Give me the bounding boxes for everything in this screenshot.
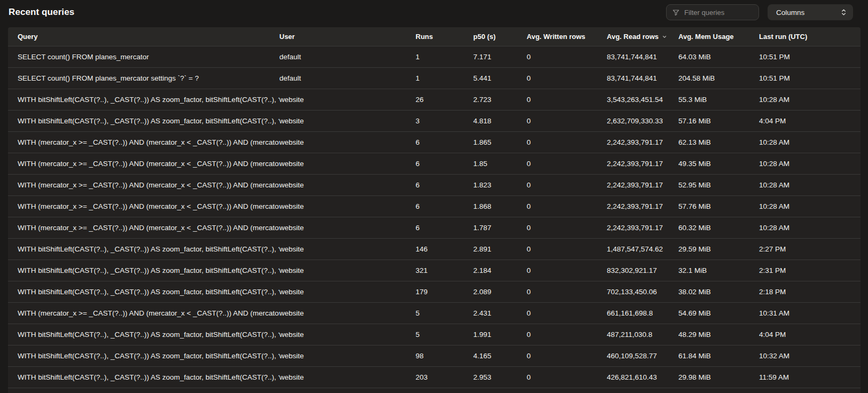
- cell-lastrun: 10:28 AM: [759, 96, 861, 104]
- cell-runs: 6: [416, 224, 473, 232]
- cell-written: 0: [527, 352, 607, 360]
- column-header-label: Query: [18, 33, 38, 41]
- column-header-label: p50 (s): [473, 33, 496, 41]
- table-row[interactable]: WITH bitShiftLeft(CAST(?..), _CAST(?..))…: [8, 260, 861, 281]
- column-header-read[interactable]: Avg. Read rows: [607, 33, 678, 41]
- cell-lastrun: 2:27 PM: [759, 245, 861, 253]
- cell-mem: 54.69 MiB: [678, 309, 759, 317]
- cell-lastrun: 10:28 AM: [759, 224, 861, 232]
- table-row[interactable]: WITH bitShiftLeft(CAST(?..), _CAST(?..))…: [8, 324, 861, 345]
- cell-lastrun: 10:28 AM: [759, 138, 861, 146]
- cell-user: website: [279, 266, 416, 274]
- cell-read: 1,487,547,574.62: [607, 245, 678, 253]
- column-header-lastrun[interactable]: Last run (UTC): [759, 33, 861, 41]
- cell-mem: 60.32 MiB: [678, 224, 759, 232]
- column-header-user[interactable]: User: [279, 33, 416, 41]
- table-row[interactable]: WITH bitShiftLeft(CAST(?..), _CAST(?..))…: [8, 89, 861, 110]
- cell-lastrun: 4:04 PM: [759, 117, 861, 125]
- cell-user: website: [279, 352, 416, 360]
- cell-p50: 2.953: [473, 373, 527, 381]
- column-header-label: User: [279, 33, 295, 41]
- cell-runs: 1: [416, 74, 473, 82]
- cell-runs: 26: [416, 96, 473, 104]
- cell-user: website: [279, 96, 416, 104]
- cell-mem: 38.02 MiB: [678, 288, 759, 296]
- table-row[interactable]: SELECT count() FROM planes_mercatordefau…: [8, 46, 861, 67]
- column-header-written[interactable]: Avg. Written rows: [527, 33, 607, 41]
- cell-user: website: [279, 138, 416, 146]
- cell-written: 0: [527, 224, 607, 232]
- table-row[interactable]: WITH (mercator_x >= _CAST(?..)) AND (mer…: [8, 153, 861, 174]
- column-header-mem[interactable]: Avg. Mem Usage: [678, 33, 759, 41]
- table-row[interactable]: WITH bitShiftLeft(CAST(?..), _CAST(?..))…: [8, 366, 861, 388]
- cell-query: SELECT count() FROM planes_mercator: [8, 53, 279, 61]
- cell-read: 2,242,393,791.17: [607, 202, 678, 210]
- cell-user: website: [279, 331, 416, 339]
- cell-read: 2,242,393,791.17: [607, 224, 678, 232]
- cell-written: 0: [527, 373, 607, 381]
- cell-written: 0: [527, 309, 607, 317]
- cell-lastrun: 10:51 PM: [759, 53, 861, 61]
- cell-read: 832,302,921.17: [607, 266, 678, 274]
- cell-query: WITH (mercator_x >= _CAST(?..)) AND (mer…: [8, 138, 279, 146]
- table-row[interactable]: WITH bitShiftLeft(CAST(?..), _CAST(?..))…: [8, 281, 861, 302]
- cell-runs: 6: [416, 202, 473, 210]
- cell-mem: 32.1 MiB: [678, 266, 759, 274]
- cell-mem: 57.76 MiB: [678, 202, 759, 210]
- cell-query: WITH bitShiftLeft(CAST(?..), _CAST(?..))…: [8, 373, 279, 381]
- column-header-query[interactable]: Query: [8, 33, 279, 41]
- cell-written: 0: [527, 288, 607, 296]
- table-body: SELECT count() FROM planes_mercatordefau…: [8, 46, 861, 393]
- cell-user: website: [279, 245, 416, 253]
- cell-user: default: [279, 53, 416, 61]
- columns-select[interactable]: Columns: [768, 4, 853, 20]
- cell-runs: 98: [416, 352, 473, 360]
- cell-read: 702,133,450.06: [607, 288, 678, 296]
- cell-query: WITH bitShiftLeft(CAST(?..), _CAST(?..))…: [8, 266, 279, 274]
- cell-read: 2,242,393,791.17: [607, 160, 678, 168]
- cell-p50: 2.089: [473, 288, 527, 296]
- table-row[interactable]: WITH (mercator_x >= _CAST(?..)) AND (mer…: [8, 195, 861, 217]
- table-row[interactable]: WITH bitShiftLeft(CAST(?..), _CAST(?..))…: [8, 238, 861, 260]
- cell-p50: 1.823: [473, 181, 527, 189]
- cell-query: WITH bitShiftLeft(CAST(?..), _CAST(?..))…: [8, 352, 279, 360]
- cell-query: WITH (mercator_x >= _CAST(?..)) AND (mer…: [8, 224, 279, 232]
- cell-read: 83,741,744,841: [607, 74, 678, 82]
- column-header-runs[interactable]: Runs: [416, 33, 473, 41]
- filter-queries-input[interactable]: [684, 9, 753, 17]
- cell-runs: 179: [416, 288, 473, 296]
- table-row[interactable]: WITH (mercator_x >= _CAST(?..)) AND (mer…: [8, 217, 861, 238]
- cell-user: website: [279, 160, 416, 168]
- table-row[interactable]: WITH (mercator_x >= _CAST(?..)) AND (mer…: [8, 131, 861, 153]
- column-header-label: Last run (UTC): [759, 33, 807, 41]
- cell-user: website: [279, 309, 416, 317]
- cell-p50: 2.891: [473, 245, 527, 253]
- column-header-p50[interactable]: p50 (s): [473, 33, 527, 41]
- table-row[interactable]: WITH (mercator_x >= _CAST(?..)) AND (mer…: [8, 174, 861, 195]
- cell-p50: 4.818: [473, 117, 527, 125]
- cell-mem: 61.84 MiB: [678, 352, 759, 360]
- cell-query: WITH bitShiftLeft(CAST(?..), _CAST(?..))…: [8, 96, 279, 104]
- cell-user: website: [279, 224, 416, 232]
- columns-select-label: Columns: [776, 9, 804, 17]
- cell-written: 0: [527, 331, 607, 339]
- cell-user: default: [279, 74, 416, 82]
- cell-read: 661,161,698.8: [607, 309, 678, 317]
- recent-queries-page: Recent queries Columns QueryUserRunsp50 …: [0, 0, 868, 393]
- cell-lastrun: 10:32 AM: [759, 352, 861, 360]
- cell-p50: 2.184: [473, 266, 527, 274]
- cell-written: 0: [527, 74, 607, 82]
- cell-mem: 55.3 MiB: [678, 96, 759, 104]
- cell-p50: 1.787: [473, 224, 527, 232]
- cell-read: 2,242,393,791.17: [607, 138, 678, 146]
- table-row[interactable]: WITH bitShiftLeft(CAST(?..), _CAST(?..))…: [8, 345, 861, 366]
- cell-runs: 3: [416, 117, 473, 125]
- table-row[interactable]: SELECT count() FROM planes_mercator sett…: [8, 67, 861, 89]
- cell-read: 426,821,610.43: [607, 373, 678, 381]
- cell-p50: 5.441: [473, 74, 527, 82]
- cell-read: 83,741,744,841: [607, 53, 678, 61]
- cell-runs: 5: [416, 331, 473, 339]
- table-row[interactable]: WITH (mercator_x >= _CAST(?..)) AND (mer…: [8, 302, 861, 324]
- cell-mem: 204.58 MiB: [678, 74, 759, 82]
- table-row[interactable]: WITH bitShiftLeft(CAST(?..), _CAST(?..))…: [8, 110, 861, 131]
